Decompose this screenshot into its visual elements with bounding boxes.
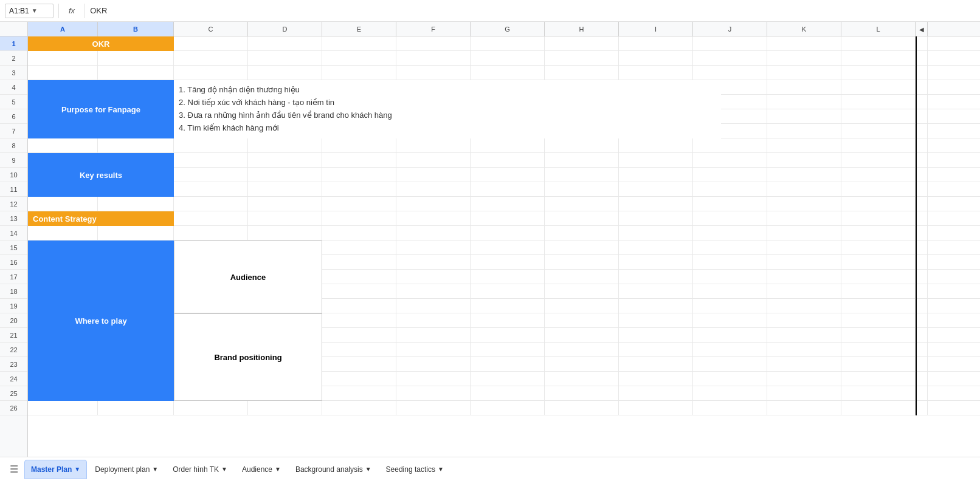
cell-r13-c9[interactable]: [619, 211, 693, 226]
cell-r1-c12[interactable]: [841, 36, 916, 51]
cell-r22-c5[interactable]: [322, 343, 396, 357]
col-header-A[interactable]: A: [28, 22, 98, 36]
cell-r1-c9[interactable]: [619, 36, 693, 51]
cell-r20-c9[interactable]: [619, 313, 693, 328]
cell-r21-c12[interactable]: [841, 328, 916, 343]
cell-r12-c7[interactable]: [471, 197, 545, 211]
cell-r17-c5[interactable]: [322, 270, 396, 284]
cell-r12-c1[interactable]: [28, 197, 98, 211]
cell-r2-c13[interactable]: [916, 51, 928, 66]
cell-r12-c4[interactable]: [248, 197, 322, 211]
cell-r26-c1[interactable]: [28, 401, 98, 415]
cell-r17-c12[interactable]: [841, 270, 916, 284]
cell-r6-c12[interactable]: [841, 109, 916, 124]
cell-r8-c1[interactable]: [28, 138, 98, 153]
tab-audience-dropdown[interactable]: ▼: [275, 466, 281, 472]
cell-r7-c10[interactable]: [693, 124, 767, 138]
cell-r11-c1[interactable]: [28, 182, 98, 197]
cell-r5-c11[interactable]: [767, 95, 841, 109]
cell-r1-c8[interactable]: [545, 36, 619, 51]
cell-r15-c9[interactable]: [619, 241, 693, 255]
cell-r23-c9[interactable]: [619, 357, 693, 372]
cell-r11-c5[interactable]: [322, 182, 396, 197]
cell-r5-c7[interactable]: [471, 95, 545, 109]
cell-r23-c2[interactable]: [98, 357, 174, 372]
cell-r12-c2[interactable]: [98, 197, 174, 211]
tab-seeding-tactics[interactable]: Seeding tactics ▼: [379, 460, 450, 479]
cell-r19-c10[interactable]: [693, 299, 767, 313]
cell-r21-c9[interactable]: [619, 328, 693, 343]
cell-r3-c9[interactable]: [619, 66, 693, 80]
cell-r25-c8[interactable]: [545, 386, 619, 401]
cell-r1-c10[interactable]: [693, 36, 767, 51]
cell-r4-c7[interactable]: [471, 80, 545, 95]
cell-r2-c1[interactable]: [28, 51, 98, 66]
cell-r14-c3[interactable]: [174, 226, 248, 241]
tab-order-hinh-tk[interactable]: Order hình TK ▼: [166, 460, 234, 479]
cell-r6-c4[interactable]: [248, 109, 322, 124]
cell-r8-c13[interactable]: [916, 138, 928, 153]
cell-r2-c8[interactable]: [545, 51, 619, 66]
cell-r5-c13[interactable]: [916, 95, 928, 109]
cell-r18-c8[interactable]: [545, 284, 619, 299]
cell-r7-c6[interactable]: [396, 124, 471, 138]
cell-r19-c6[interactable]: [396, 299, 471, 313]
cell-r2-c5[interactable]: [322, 51, 396, 66]
cell-r3-c5[interactable]: [322, 66, 396, 80]
cell-r4-c3[interactable]: [174, 80, 248, 95]
cell-r22-c3[interactable]: [174, 343, 248, 357]
cell-r16-c12[interactable]: [841, 255, 916, 270]
cell-r4-c11[interactable]: [767, 80, 841, 95]
cell-r17-c2[interactable]: [98, 270, 174, 284]
cell-r13-c7[interactable]: [471, 211, 545, 226]
cell-r3-c1[interactable]: [28, 66, 98, 80]
cell-r24-c4[interactable]: [248, 372, 322, 386]
cell-r20-c11[interactable]: [767, 313, 841, 328]
cell-r21-c4[interactable]: [248, 328, 322, 343]
cell-r5-c2[interactable]: [98, 95, 174, 109]
cell-r3-c8[interactable]: [545, 66, 619, 80]
cell-r2-c4[interactable]: [248, 51, 322, 66]
cell-r13-c3[interactable]: [174, 211, 248, 226]
cell-r25-c13[interactable]: [916, 386, 928, 401]
cell-r24-c6[interactable]: [396, 372, 471, 386]
cell-r19-c7[interactable]: [471, 299, 545, 313]
cell-r20-c4[interactable]: [248, 313, 322, 328]
cell-r21-c2[interactable]: [98, 328, 174, 343]
cell-r10-c3[interactable]: [174, 168, 248, 182]
cell-r9-c12[interactable]: [841, 153, 916, 168]
cell-r6-c7[interactable]: [471, 109, 545, 124]
cell-r13-c4[interactable]: [248, 211, 322, 226]
tab-menu-icon[interactable]: ☰: [5, 461, 23, 477]
col-header-F[interactable]: F: [396, 22, 471, 36]
cell-r24-c13[interactable]: [916, 372, 928, 386]
cell-r25-c11[interactable]: [767, 386, 841, 401]
cell-r15-c10[interactable]: [693, 241, 767, 255]
cell-r17-c11[interactable]: [767, 270, 841, 284]
cell-r26-c3[interactable]: [174, 401, 248, 415]
cell-r26-c11[interactable]: [767, 401, 841, 415]
cell-r21-c13[interactable]: [916, 328, 928, 343]
cell-r22-c4[interactable]: [248, 343, 322, 357]
cell-r14-c13[interactable]: [916, 226, 928, 241]
cell-r17-c13[interactable]: [916, 270, 928, 284]
cell-r17-c8[interactable]: [545, 270, 619, 284]
cell-r10-c10[interactable]: [693, 168, 767, 182]
cell-r21-c3[interactable]: [174, 328, 248, 343]
cell-r4-c5[interactable]: [322, 80, 396, 95]
col-header-E[interactable]: E: [322, 22, 396, 36]
cell-r6-c1[interactable]: [28, 109, 98, 124]
cell-r17-c6[interactable]: [396, 270, 471, 284]
cell-r14-c1[interactable]: [28, 226, 98, 241]
col-header-C[interactable]: C: [174, 22, 248, 36]
cell-r2-c10[interactable]: [693, 51, 767, 66]
cell-r1-c1[interactable]: [28, 36, 98, 51]
cell-r2-c2[interactable]: [98, 51, 174, 66]
cell-r7-c2[interactable]: [98, 124, 174, 138]
cell-r7-c8[interactable]: [545, 124, 619, 138]
cell-r24-c5[interactable]: [322, 372, 396, 386]
cell-r15-c8[interactable]: [545, 241, 619, 255]
tab-background-analysis-dropdown[interactable]: ▼: [365, 466, 371, 472]
cell-r14-c9[interactable]: [619, 226, 693, 241]
cell-r11-c11[interactable]: [767, 182, 841, 197]
